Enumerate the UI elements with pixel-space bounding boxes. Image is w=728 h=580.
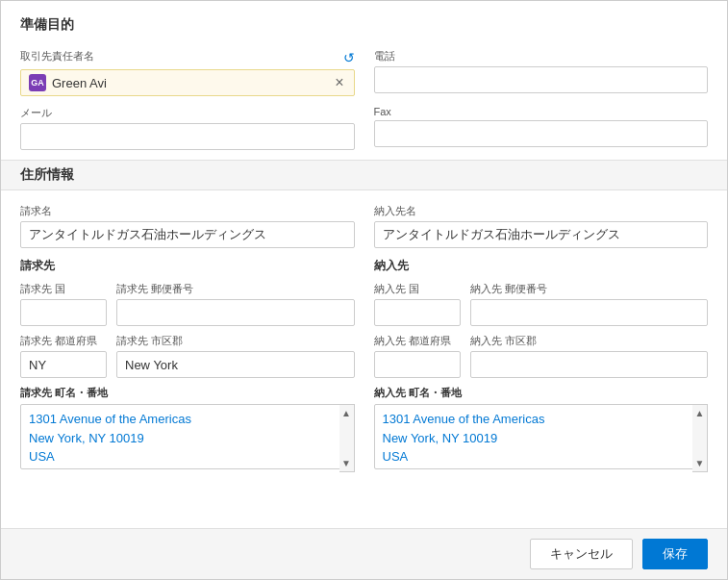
billing-country-zip-row: 請求先 国 請求先 郵便番号 — [20, 282, 355, 326]
shipping-state-city-row: 納入先 都道府県 納入先 市区郡 — [374, 334, 709, 378]
reset-icon[interactable]: ↺ — [343, 50, 355, 65]
billing-name-label: 請求名 — [20, 204, 355, 218]
billing-address-textarea[interactable] — [20, 404, 355, 469]
email-label: メール — [20, 106, 355, 120]
shipping-zip-input[interactable] — [470, 299, 709, 326]
shipping-country-input[interactable] — [374, 299, 461, 326]
billing-city-group: 請求先 市区郡 — [116, 334, 355, 378]
contact-phone-row: 取引先責任者名 ↺ GA Green Avi × 電話 — [20, 49, 708, 96]
email-group: メール — [20, 106, 355, 150]
billing-city-label: 請求先 市区郡 — [116, 334, 355, 348]
shipping-name-label: 納入先名 — [374, 204, 709, 218]
email-fax-row: メール Fax — [20, 106, 708, 150]
billing-address-group: 請求先 町名・番地 ▲ ▼ — [20, 386, 355, 472]
billing-col: 請求先 請求先 国 請求先 郵便番号 請求先 都道府県 — [20, 258, 355, 472]
section-address-header: 住所情報 — [1, 160, 727, 190]
save-button[interactable]: 保存 — [642, 539, 708, 569]
billing-scrollbar[interactable]: ▲ ▼ — [339, 404, 355, 472]
shipping-scrollbar[interactable]: ▲ ▼ — [692, 404, 708, 472]
shipping-zip-group: 納入先 郵便番号 — [470, 282, 709, 326]
shipping-state-group: 納入先 都道府県 — [374, 334, 461, 378]
shipping-col: 納入先 納入先 国 納入先 郵便番号 納入先 都道府県 — [374, 258, 709, 472]
billing-zip-label: 請求先 郵便番号 — [116, 282, 355, 296]
shipping-address-group: 納入先 町名・番地 ▲ ▼ — [374, 386, 709, 472]
shipping-name-group: 納入先名 — [374, 204, 709, 248]
phone-input[interactable] — [374, 66, 709, 93]
dialog-content: 準備目的 取引先責任者名 ↺ GA Green Avi × — [1, 1, 727, 528]
shipping-col-title: 納入先 — [374, 258, 709, 274]
fax-input[interactable] — [374, 120, 709, 147]
shipping-address-textarea[interactable] — [374, 404, 709, 469]
shipping-zip-label: 納入先 郵便番号 — [470, 282, 709, 296]
cancel-button[interactable]: キャンセル — [530, 539, 633, 569]
contact-field[interactable]: GA Green Avi × — [20, 69, 355, 96]
billing-zip-group: 請求先 郵便番号 — [116, 282, 355, 326]
section-address-title: 住所情報 — [20, 166, 74, 182]
address-section: 請求先 請求先 国 請求先 郵便番号 請求先 都道府県 — [20, 258, 708, 472]
phone-group: 電話 — [374, 49, 709, 96]
billing-name-input[interactable] — [20, 221, 355, 248]
shipping-name-input[interactable] — [374, 221, 709, 248]
shipping-city-input[interactable] — [470, 351, 709, 378]
remove-contact-button[interactable]: × — [333, 75, 345, 90]
contact-label: 取引先責任者名 — [20, 49, 94, 63]
billing-country-label: 請求先 国 — [20, 282, 107, 296]
fax-label: Fax — [374, 106, 709, 117]
billing-country-input[interactable] — [20, 299, 107, 326]
dialog-footer: キャンセル 保存 — [1, 528, 727, 579]
shipping-scroll-up[interactable]: ▲ — [692, 405, 707, 421]
billing-country-group: 請求先 国 — [20, 282, 107, 326]
shipping-city-label: 納入先 市区郡 — [470, 334, 709, 348]
billing-state-city-row: 請求先 都道府県 請求先 市区郡 — [20, 334, 355, 378]
section-prep-title: 準備目的 — [20, 16, 708, 38]
email-input[interactable] — [20, 123, 355, 150]
section-prep: 準備目的 取引先責任者名 ↺ GA Green Avi × — [20, 16, 708, 150]
billing-zip-input[interactable] — [116, 299, 355, 326]
names-row: 請求名 納入先名 — [20, 204, 708, 248]
contact-group: 取引先責任者名 ↺ GA Green Avi × — [20, 49, 355, 96]
billing-address-wrapper: ▲ ▼ — [20, 404, 355, 472]
billing-col-title: 請求先 — [20, 258, 355, 274]
shipping-state-input[interactable] — [374, 351, 461, 378]
billing-state-label: 請求先 都道府県 — [20, 334, 107, 348]
shipping-state-label: 納入先 都道府県 — [374, 334, 461, 348]
contact-label-row: 取引先責任者名 ↺ — [20, 49, 355, 66]
dialog: 準備目的 取引先責任者名 ↺ GA Green Avi × — [0, 0, 728, 580]
shipping-country-zip-row: 納入先 国 納入先 郵便番号 — [374, 282, 709, 326]
billing-address-label: 請求先 町名・番地 — [20, 386, 355, 400]
shipping-country-group: 納入先 国 — [374, 282, 461, 326]
contact-icon-text: GA — [31, 78, 44, 88]
billing-city-input[interactable] — [116, 351, 355, 378]
shipping-address-wrapper: ▲ ▼ — [374, 404, 709, 472]
shipping-city-group: 納入先 市区郡 — [470, 334, 709, 378]
billing-scroll-up[interactable]: ▲ — [339, 405, 354, 421]
contact-name: Green Avi — [52, 76, 333, 90]
shipping-country-label: 納入先 国 — [374, 282, 461, 296]
fax-group: Fax — [374, 106, 709, 150]
billing-name-group: 請求名 — [20, 204, 355, 248]
phone-label: 電話 — [374, 49, 709, 63]
billing-state-group: 請求先 都道府県 — [20, 334, 107, 378]
shipping-scroll-down[interactable]: ▼ — [692, 455, 707, 471]
contact-avatar-icon: GA — [29, 74, 46, 91]
billing-scroll-down[interactable]: ▼ — [339, 455, 354, 471]
shipping-address-label: 納入先 町名・番地 — [374, 386, 709, 400]
billing-state-input[interactable] — [20, 351, 107, 378]
